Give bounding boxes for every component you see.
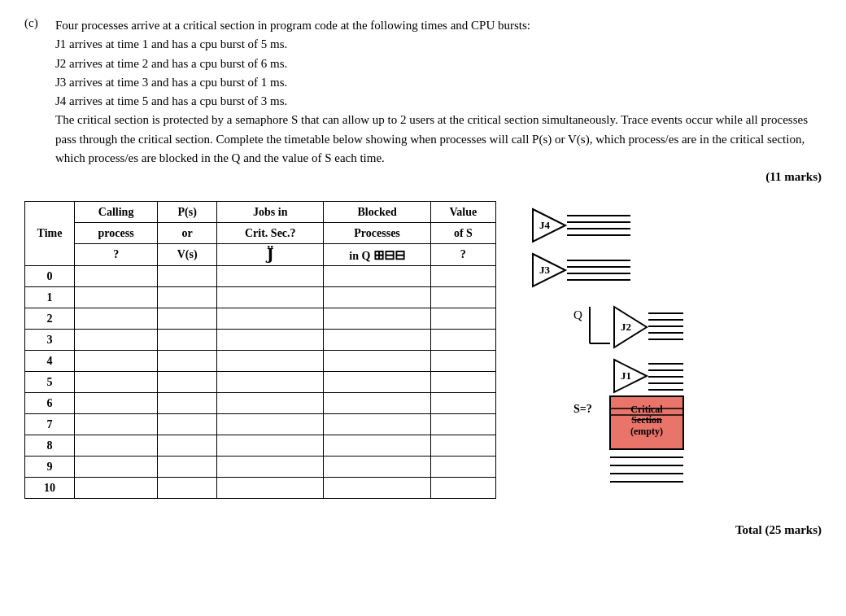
calling-cell [75,372,158,393]
table-row: 8 [25,435,496,457]
ps-cell [158,308,217,330]
jobs-cell [217,330,324,351]
th-ps-sub: or [158,223,217,244]
time-cell: 3 [25,330,75,351]
svg-text:J3: J3 [539,264,551,276]
th-time: Time [25,202,75,266]
process-j4: J4 arrives at time 5 and has a cpu burst… [55,94,287,107]
svg-text:Critical: Critical [630,404,663,415]
description-text: The critical section is protected by a s… [55,113,808,164]
value-cell [430,330,495,351]
ps-cell [158,414,217,435]
svg-text:Section: Section [631,414,662,426]
calling-cell [75,266,158,287]
value-cell [430,393,495,414]
time-cell: 7 [25,414,75,435]
table-row: 6 [25,393,496,414]
svg-text:J2: J2 [621,321,631,333]
value-cell [430,351,495,372]
calling-cell [75,287,158,308]
calling-cell [75,308,158,330]
svg-text:J1: J1 [621,369,631,382]
diagram-area: J4 J3 Q J2 [521,201,687,497]
calling-cell [75,435,158,457]
blocked-cell [324,287,430,308]
ps-cell [158,266,217,287]
table-row: 10 [25,478,496,499]
ps-cell [158,435,217,457]
value-cell [430,308,495,330]
blocked-cell [324,266,430,287]
ps-cell [158,372,217,393]
th-blocked-sub2: in Q ⊞⊟⊟ [324,244,430,266]
blocked-cell [324,372,430,393]
svg-text:(empty): (empty) [630,426,663,437]
th-value-sub2: ? [430,244,495,266]
ps-cell [158,457,217,478]
value-cell [430,372,495,393]
th-blocked: Blocked [324,202,430,223]
th-ps: P(s) [158,202,217,223]
svg-text:Q: Q [573,308,582,321]
calling-cell [75,478,158,499]
time-cell: 5 [25,372,75,393]
th-calling-sub2: ? [75,244,158,266]
th-calling: Calling [75,202,158,223]
ps-cell [158,330,217,351]
th-value: Value [430,202,495,223]
process-j2: J2 arrives at time 2 and has a cpu burst… [55,57,287,70]
part-label: (c) [24,16,47,186]
value-cell [430,414,495,435]
jobs-cell [217,478,324,499]
time-cell: 8 [25,435,75,457]
table-row: 0 [25,266,496,287]
value-cell [430,266,495,287]
intro-text: Four processes arrive at a critical sect… [55,19,530,32]
blocked-cell [324,308,430,330]
total-marks: Total (25 marks) [24,523,822,537]
process-j1: J1 arrives at time 1 and has a cpu burst… [55,37,287,50]
blocked-cell [324,414,430,435]
jobs-cell [217,393,324,414]
th-jobs: Jobs in [217,202,324,223]
th-ps-sub2: V(s) [158,244,217,266]
jobs-cell [217,414,324,435]
value-cell [430,287,495,308]
blocked-cell [324,435,430,457]
calling-cell [75,457,158,478]
calling-cell [75,351,158,372]
time-cell: 0 [25,266,75,287]
ps-cell [158,393,217,414]
table-row: 4 [25,351,496,372]
time-cell: 2 [25,308,75,330]
th-value-sub: of S [430,223,495,244]
jobs-cell [217,435,324,457]
timetable: Time Calling P(s) Jobs in Blocked Value … [24,201,496,499]
jobs-cell [217,308,324,330]
th-jobs-symbol: J̈ [217,244,324,266]
calling-cell [75,414,158,435]
jobs-cell [217,351,324,372]
svg-text:J4: J4 [539,219,551,231]
value-cell [430,457,495,478]
table-container: Time Calling P(s) Jobs in Blocked Value … [24,201,496,499]
time-cell: 10 [25,478,75,499]
question-part-c: (c) Four processes arrive at a critical … [24,16,822,186]
blocked-cell [324,457,430,478]
table-row: 9 [25,457,496,478]
value-cell [430,478,495,499]
value-cell [430,435,495,457]
th-blocked-sub: Processes [324,223,430,244]
jobs-cell [217,372,324,393]
th-calling-sub: process [75,223,158,244]
ps-cell [158,478,217,499]
table-row: 7 [25,414,496,435]
time-cell: 9 [25,457,75,478]
table-row: 1 [25,287,496,308]
blocked-cell [324,351,430,372]
th-jobs-sub: Crit. Sec.? [217,223,324,244]
diagram-svg: J4 J3 Q J2 [525,201,687,497]
ps-cell [158,287,217,308]
calling-cell [75,393,158,414]
time-cell: 4 [25,351,75,372]
